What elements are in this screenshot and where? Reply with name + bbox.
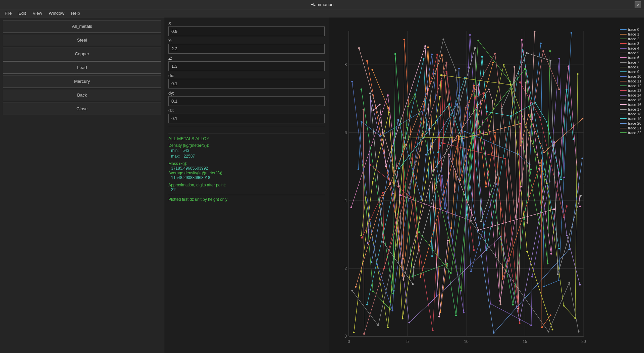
legend-item-0: trace 0 — [620, 27, 641, 32]
density-max-label: max: — [168, 154, 180, 159]
legend-item-7: trace 7 — [620, 60, 641, 64]
dz-label: dz: — [168, 108, 325, 113]
legend-item-11: trace 11 — [620, 79, 641, 83]
nav-all-metals[interactable]: All_metals — [3, 20, 161, 33]
z-input[interactable] — [168, 61, 325, 71]
legend-item-1: trace 1 — [620, 32, 641, 36]
legend-item-19: trace 19 — [620, 117, 641, 121]
x-input[interactable] — [168, 26, 325, 36]
legend-label-6: trace 6 — [628, 56, 639, 60]
mass-label: Mass (kg): — [168, 161, 325, 166]
right-panel: trace 0trace 1trace 2trace 3trace 4trace… — [329, 17, 644, 353]
legend-label-20: trace 20 — [628, 121, 641, 125]
menu-view[interactable]: View — [29, 10, 45, 16]
legend-item-5: trace 5 — [620, 51, 641, 55]
legend-item-13: trace 13 — [620, 89, 641, 93]
density-min-value: 543 — [180, 148, 189, 153]
legend-item-10: trace 10 — [620, 74, 641, 78]
left-panel: All_metals Steel Copper Lead Mercury Bac… — [0, 17, 164, 353]
legend-label-7: trace 7 — [628, 60, 639, 64]
window-title: Flammarion — [311, 2, 334, 7]
dx-input[interactable] — [168, 79, 325, 89]
dz-input[interactable] — [168, 114, 325, 123]
legend-label-2: trace 2 — [628, 37, 639, 41]
plotted-note: Plotted first dz unit by height only — [168, 197, 325, 202]
legend-label-18: trace 18 — [628, 112, 641, 116]
menu-window[interactable]: Window — [45, 10, 67, 16]
main-layout: All_metals Steel Copper Lead Mercury Bac… — [0, 17, 644, 353]
dy-input[interactable] — [168, 96, 325, 106]
avg-density-value: 11548.290886968918 — [168, 175, 325, 180]
density-min-row: min: 543 — [168, 148, 325, 153]
legend-item-4: trace 4 — [620, 46, 641, 50]
legend-item-14: trace 14 — [620, 93, 641, 97]
density-max-row: max: 22587 — [168, 154, 325, 159]
density-min-label: min: — [168, 148, 179, 153]
density-block: Density (kg/(meter^3)): min: 543 max: 22… — [168, 143, 325, 159]
legend-item-9: trace 9 — [620, 70, 641, 74]
chart-legend: trace 0trace 1trace 2trace 3trace 4trace… — [620, 27, 641, 135]
approx-label: Approximation, digits after point: — [168, 183, 325, 187]
nav-lead[interactable]: Lead — [3, 61, 161, 74]
legend-label-10: trace 10 — [628, 74, 641, 78]
chart-container: trace 0trace 1trace 2trace 3trace 4trace… — [329, 17, 644, 353]
y-label: Y: — [168, 38, 325, 43]
info-section: ALL METALS ALLOY Density (kg/(meter^3)):… — [168, 133, 325, 202]
dx-label: dx: — [168, 73, 325, 78]
x-field-group: X: — [168, 21, 325, 36]
nav-steel[interactable]: Steel — [3, 34, 161, 46]
window-close-button[interactable]: ✕ — [635, 1, 641, 8]
legend-label-3: trace 3 — [628, 42, 639, 46]
legend-label-22: trace 22 — [628, 131, 641, 135]
menu-file[interactable]: File — [1, 10, 15, 16]
menubar: File Edit View Window Help — [0, 9, 644, 17]
approx-block: Approximation, digits after point: 2? — [168, 183, 325, 192]
menu-help[interactable]: Help — [68, 10, 84, 16]
middle-panel: X: Y: Z: dx: dy: dz: ALL METALS ALLOY — [164, 17, 329, 353]
approx-value: 2? — [168, 187, 325, 192]
legend-label-14: trace 14 — [628, 93, 641, 97]
legend-item-22: trace 22 — [620, 131, 641, 135]
y-input[interactable] — [168, 44, 325, 54]
z-field-group: Z: — [168, 56, 325, 71]
nav-copper[interactable]: Copper — [3, 48, 161, 60]
legend-label-9: trace 9 — [628, 70, 639, 74]
nav-close[interactable]: Close — [3, 103, 161, 115]
dy-label: dy: — [168, 91, 325, 96]
legend-label-19: trace 19 — [628, 117, 641, 121]
info-title: ALL METALS ALLOY — [168, 136, 325, 141]
nav-mercury[interactable]: Mercury — [3, 75, 161, 87]
legend-label-17: trace 17 — [628, 107, 641, 111]
legend-label-1: trace 1 — [628, 32, 639, 36]
dz-field-group: dz: — [168, 108, 325, 123]
legend-label-11: trace 11 — [628, 79, 641, 83]
legend-label-8: trace 8 — [628, 65, 639, 69]
legend-item-21: trace 21 — [620, 126, 641, 130]
legend-label-21: trace 21 — [628, 126, 641, 130]
legend-item-17: trace 17 — [620, 107, 641, 111]
y-field-group: Y: — [168, 38, 325, 54]
legend-item-6: trace 6 — [620, 56, 641, 60]
legend-item-20: trace 20 — [620, 121, 641, 125]
legend-item-15: trace 15 — [620, 98, 641, 102]
density-max-value: 22587 — [181, 154, 195, 159]
legend-item-16: trace 16 — [620, 103, 641, 107]
legend-label-5: trace 5 — [628, 51, 639, 55]
x-label: X: — [168, 21, 325, 26]
legend-item-18: trace 18 — [620, 112, 641, 116]
nav-back[interactable]: Back — [3, 89, 161, 101]
z-label: Z: — [168, 56, 325, 61]
legend-item-12: trace 12 — [620, 84, 641, 88]
density-label: Density (kg/(meter^3)): — [168, 143, 325, 148]
menu-edit[interactable]: Edit — [15, 10, 29, 16]
legend-label-4: trace 4 — [628, 46, 639, 50]
legend-item-8: trace 8 — [620, 65, 641, 69]
legend-label-0: trace 0 — [628, 27, 639, 32]
legend-item-2: trace 2 — [620, 37, 641, 41]
legend-label-16: trace 16 — [628, 103, 641, 107]
legend-item-3: trace 3 — [620, 42, 641, 46]
dy-field-group: dy: — [168, 91, 325, 106]
dx-field-group: dx: — [168, 73, 325, 89]
mass-block: Mass (kg): 37185.49665603992 Average den… — [168, 161, 325, 180]
titlebar: Flammarion ✕ — [0, 0, 644, 9]
